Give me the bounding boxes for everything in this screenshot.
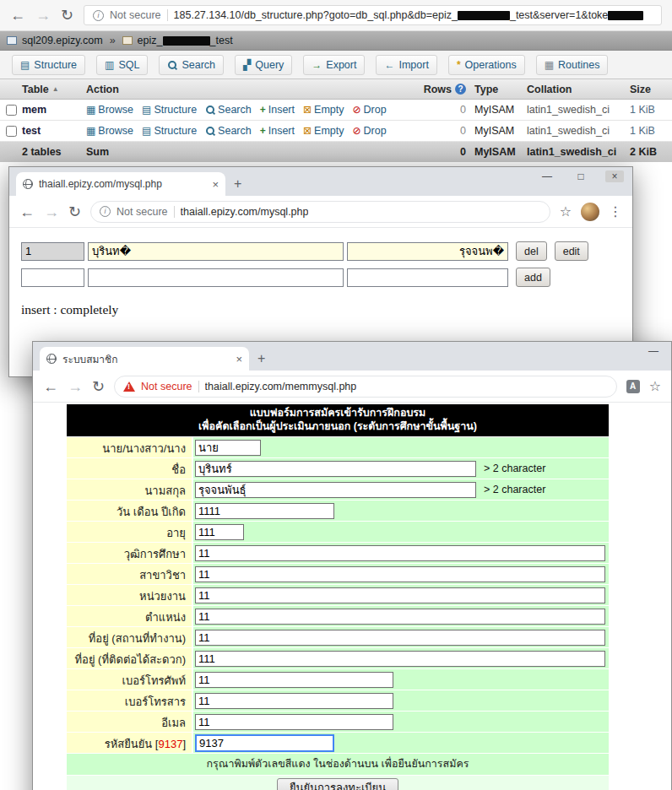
reload-icon[interactable]: ↻ — [92, 379, 105, 394]
title-input[interactable] — [195, 440, 261, 456]
age-input[interactable] — [195, 524, 244, 540]
organization-input[interactable] — [195, 587, 605, 603]
birthdate-input[interactable] — [195, 503, 334, 519]
tab-mysql-page[interactable]: thaiall.epizy.com/mysql.php × — [16, 172, 225, 196]
email-input[interactable] — [195, 714, 393, 730]
major-input[interactable] — [195, 566, 605, 582]
row-checkbox[interactable] — [6, 126, 17, 137]
empty-link[interactable]: ⊠Empty — [303, 125, 344, 137]
tab-export[interactable]: →Export — [303, 55, 365, 75]
tab-query[interactable]: ▞Query — [235, 55, 292, 75]
position-input[interactable] — [195, 609, 605, 625]
del-button[interactable]: del — [516, 241, 547, 261]
phone-input[interactable] — [195, 672, 393, 688]
tab-search[interactable]: Search — [159, 55, 224, 75]
new-tab-icon[interactable]: + — [257, 351, 265, 366]
size: 1 KiB — [630, 125, 672, 137]
empty-icon: ⊠ — [303, 126, 312, 136]
lastname-input[interactable] — [195, 482, 476, 498]
help-icon[interactable]: ? — [455, 84, 466, 95]
table-name-link[interactable]: test — [22, 125, 41, 137]
maximize-icon[interactable]: □ — [572, 170, 590, 182]
form-row: วุฒิการศึกษา — [67, 543, 609, 563]
submit-button[interactable]: ยืนยันการลงทะเบียน — [277, 778, 398, 790]
new-record-row: add — [21, 268, 621, 287]
forward-icon[interactable]: → — [35, 8, 51, 23]
avatar[interactable] — [581, 203, 599, 221]
address-bar[interactable]: Not secure thaiall.epizy.com/mysql.php — [90, 201, 550, 223]
search-link[interactable]: Search — [205, 104, 252, 116]
browse-link[interactable]: ▦Browse — [86, 125, 133, 137]
info-icon[interactable] — [100, 206, 111, 217]
table-header-row: Table▲ Action Rows? Type Collation Size — [0, 79, 672, 100]
fax-input[interactable] — [195, 693, 393, 709]
forward-icon[interactable]: → — [68, 379, 83, 394]
contact-address-input[interactable] — [195, 651, 605, 667]
tab-sql[interactable]: ▥SQL — [96, 55, 148, 75]
empty-link[interactable]: ⊠Empty — [303, 104, 344, 116]
drop-link[interactable]: ⊘Drop — [352, 104, 386, 116]
validation-note: > 2 character — [484, 484, 545, 495]
insert-link[interactable]: +Insert — [260, 125, 295, 137]
back-icon[interactable]: ← — [43, 379, 58, 394]
breadcrumb-server-link[interactable]: sql209.epizy.com — [22, 35, 103, 46]
address-bar[interactable]: Not secure 185.27.134.10/db_structure.ph… — [84, 5, 662, 25]
education-input[interactable] — [195, 545, 605, 561]
new-name-input[interactable] — [88, 268, 344, 287]
address-bar[interactable]: Not secure thaiall.epizy.com/memmysql.ph… — [114, 376, 617, 398]
reload-icon[interactable]: ↻ — [68, 204, 81, 219]
new-id-input[interactable] — [21, 268, 84, 287]
record-name-input[interactable] — [88, 242, 344, 261]
member-window: ระบบสมาชิก × + — ← → ↻ Not secure thaial… — [32, 341, 672, 790]
firstname-input[interactable] — [195, 461, 476, 477]
tab-member-page[interactable]: ระบบสมาชิก × — [40, 347, 249, 371]
browse-link[interactable]: ▦Browse — [86, 104, 133, 116]
tab-close-icon[interactable]: × — [236, 353, 242, 365]
new-tab-icon[interactable]: + — [234, 176, 241, 192]
warning-icon[interactable] — [123, 381, 135, 392]
empty-icon: ⊠ — [303, 105, 312, 115]
verify-code-input[interactable] — [195, 734, 334, 752]
tab-close-icon[interactable]: × — [212, 178, 219, 191]
search-link[interactable]: Search — [205, 125, 252, 137]
new-surname-input[interactable] — [347, 268, 508, 287]
divider — [198, 381, 199, 392]
info-icon[interactable] — [93, 10, 104, 21]
insert-icon: + — [260, 126, 266, 136]
structure-link[interactable]: ▤Structure — [142, 104, 197, 116]
close-icon[interactable]: × — [605, 170, 624, 182]
breadcrumb: sql209.epizy.com » epiz__test — [0, 31, 672, 51]
work-address-input[interactable] — [195, 630, 605, 646]
breadcrumb-db-link[interactable]: epiz__test — [138, 35, 233, 46]
back-icon[interactable]: ← — [19, 204, 35, 219]
tab-structure[interactable]: ▤Structure — [12, 55, 85, 75]
header-action: Action — [86, 84, 415, 95]
bookmark-star-icon[interactable]: ☆ — [560, 203, 572, 219]
bookmark-star-icon[interactable]: ☆ — [649, 378, 661, 394]
menu-icon[interactable]: ⋮ — [609, 203, 622, 219]
collation: latin1_swedish_ci — [527, 104, 630, 116]
translate-icon[interactable] — [626, 380, 640, 393]
edit-button[interactable]: edit — [555, 241, 588, 261]
query-icon: ▞ — [243, 60, 251, 70]
structure-link[interactable]: ▤Structure — [142, 125, 197, 137]
header-table[interactable]: Table▲ — [22, 84, 86, 95]
forward-icon[interactable]: → — [44, 204, 59, 219]
rows-count: 0 — [415, 125, 474, 137]
add-button[interactable]: add — [516, 268, 550, 287]
record-surname-input[interactable] — [347, 242, 508, 261]
tab-routines[interactable]: ▦Routines — [536, 55, 609, 75]
structure-icon: ▤ — [142, 105, 151, 115]
tab-import[interactable]: ←Import — [376, 55, 436, 75]
reload-icon[interactable]: ↻ — [61, 8, 73, 23]
record-id-input[interactable] — [21, 242, 84, 261]
tab-operations[interactable]: *Operations — [448, 55, 525, 75]
table-name-link[interactable]: mem — [22, 104, 46, 116]
drop-link[interactable]: ⊘Drop — [352, 125, 386, 137]
structure-icon: ▤ — [142, 126, 151, 136]
insert-link[interactable]: +Insert — [260, 104, 295, 116]
back-icon[interactable]: ← — [10, 8, 25, 23]
row-checkbox[interactable] — [6, 105, 17, 116]
minimize-icon[interactable]: — — [538, 170, 556, 182]
minimize-icon[interactable]: — — [644, 345, 663, 357]
